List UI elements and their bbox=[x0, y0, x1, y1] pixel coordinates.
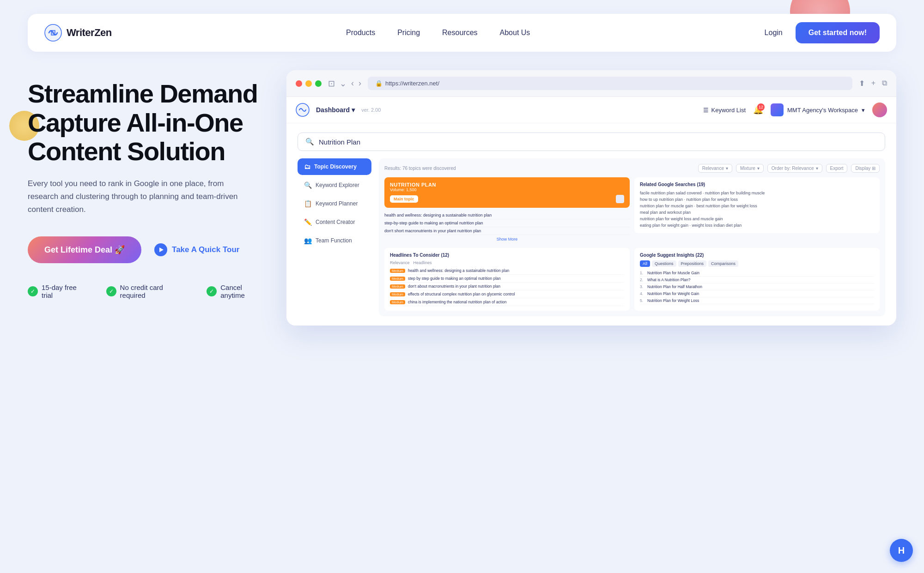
browser-url-actions: ⬆ + ⧉ bbox=[859, 79, 887, 88]
suggest-tab-prepositions[interactable]: Prepositions bbox=[678, 260, 707, 267]
hl-badge-1: Medium bbox=[390, 269, 405, 273]
app-content: 🔍 Nutrition Plan 🗂 Topic Discovery bbox=[286, 123, 896, 326]
lifetime-deal-button[interactable]: Get Lifetime Deal 🚀 bbox=[28, 236, 141, 263]
get-started-button[interactable]: Get started now! bbox=[796, 22, 880, 43]
export-button[interactable]: Export bbox=[826, 164, 848, 173]
bottom-panels: Headlines To Consider (12) Relevance Hea… bbox=[384, 248, 880, 311]
badge-cancel: ✓ Cancel anytime bbox=[207, 283, 268, 299]
share-icon[interactable]: ⬆ bbox=[859, 79, 865, 88]
login-link[interactable]: Login bbox=[765, 29, 783, 37]
hl-badge-5: Medium bbox=[390, 300, 405, 304]
sidebar-toggle-icon[interactable]: ⊡ bbox=[328, 78, 335, 89]
keyword-list-button[interactable]: ☰ Keyword List bbox=[703, 107, 746, 114]
copy-icon[interactable]: ⧉ bbox=[882, 79, 887, 88]
hl-text-5: china is implementing the national nutri… bbox=[408, 300, 624, 304]
app-topbar: Dashboard ▾ ver. 2.00 ☰ Keyword List 🔔 1… bbox=[286, 97, 896, 123]
suggest-title-row: Google Suggest Insights (22) bbox=[640, 253, 874, 258]
hero-title-line1: Streamline Demand bbox=[28, 79, 257, 108]
nav-about[interactable]: About Us bbox=[500, 29, 530, 37]
app-version: ver. 2.00 bbox=[361, 107, 381, 113]
headlines-title-row: Headlines To Consider (12) bbox=[390, 253, 624, 258]
show-more-button[interactable]: Show More bbox=[384, 235, 630, 243]
nav-content-creator[interactable]: ✏️ Content Creator bbox=[298, 214, 371, 230]
notifications-button[interactable]: 🔔 12 bbox=[753, 105, 763, 115]
help-button[interactable]: H bbox=[890, 539, 913, 562]
suggest-item-1: 1. Nutrition Plan for Muscle Gain bbox=[640, 270, 874, 277]
hero-section: Streamline Demand Capture All-in-One Con… bbox=[28, 66, 896, 326]
nav-keyword-explorer[interactable]: 🔍 Keyword Explorer bbox=[298, 177, 371, 193]
back-icon[interactable]: ‹ bbox=[351, 78, 354, 88]
suggest-item-2: 2. What is A Nutrition Plan? bbox=[640, 277, 874, 283]
app-topbar-right: ☰ Keyword List 🔔 12 MMT Agency's Workspa… bbox=[703, 103, 887, 117]
workspace-button[interactable]: MMT Agency's Workspace ▾ bbox=[771, 103, 865, 116]
hero-subtitle: Every tool you need to rank in Google in… bbox=[28, 177, 249, 216]
browser-url-bar[interactable]: 🔒 https://writerzen.net/ bbox=[368, 77, 852, 90]
browser-dot-red[interactable] bbox=[296, 80, 302, 87]
suggest-tab-questions[interactable]: Questions bbox=[652, 260, 676, 267]
hero-actions: Get Lifetime Deal 🚀 Take A Quick Tour bbox=[28, 236, 268, 263]
google-item-1: facile nutrition plan salad covered · nu… bbox=[640, 190, 874, 196]
workspace-icon bbox=[771, 103, 784, 116]
filter-mixture[interactable]: Mixture ▾ bbox=[736, 164, 764, 173]
navbar-right: Login Get started now! bbox=[765, 22, 880, 43]
hl-item-1: Medium health and wellness: designing a … bbox=[390, 267, 624, 275]
nav-products[interactable]: Products bbox=[346, 29, 375, 37]
suggest-tabs: All Questions Prepositions Comparisons bbox=[640, 260, 874, 267]
logo-text: WriterZen bbox=[67, 27, 112, 39]
url-text: https://writerzen.net/ bbox=[385, 80, 439, 87]
user-avatar[interactable] bbox=[872, 103, 887, 117]
result-item-1: health and wellness: designing a sustain… bbox=[384, 211, 630, 219]
main-topic-button[interactable]: Main topic bbox=[390, 195, 418, 203]
dashboard-label[interactable]: Dashboard ▾ bbox=[316, 106, 355, 114]
nav-team-function[interactable]: 👥 Team Function bbox=[298, 232, 371, 249]
hero-title: Streamline Demand Capture All-in-One Con… bbox=[28, 79, 268, 166]
add-tab-icon[interactable]: + bbox=[871, 79, 875, 88]
filter-order[interactable]: Order by: Relevance ▾ bbox=[767, 164, 822, 173]
main-nav: Products Pricing Resources About Us bbox=[346, 29, 530, 37]
search-icon: 🔍 bbox=[305, 138, 314, 146]
panel-left: NUTRITION PLAN Volume: 1,500 Main topic bbox=[384, 177, 630, 243]
nav-pricing[interactable]: Pricing bbox=[397, 29, 420, 37]
badge-trial: ✓ 15-day free trial bbox=[28, 283, 90, 299]
google-searches-title: Related Google Searches (19) bbox=[640, 182, 874, 187]
forward-icon[interactable]: › bbox=[359, 78, 361, 88]
nav-resources[interactable]: Resources bbox=[442, 29, 477, 37]
notification-count: 12 bbox=[757, 103, 765, 111]
hl-badge-3: Medium bbox=[390, 284, 405, 289]
suggest-tab-comparisons[interactable]: Comparisons bbox=[708, 260, 738, 267]
content-creator-icon: ✏️ bbox=[304, 218, 312, 226]
suggest-item-3: 3. Nutrition Plan for Half Marathon bbox=[640, 283, 874, 290]
suggest-tab-all[interactable]: All bbox=[640, 260, 650, 267]
nutrition-card-volume: Volume: 1,500 bbox=[390, 187, 624, 192]
check-icon-cancel: ✓ bbox=[207, 286, 217, 296]
browser-dot-green[interactable] bbox=[315, 80, 322, 87]
quick-tour-button[interactable]: Take A Quick Tour bbox=[154, 243, 239, 256]
hl-item-2: Medium step by step guide to making an o… bbox=[390, 275, 624, 283]
panel-topbar: Results: 76 topics were discovered Relev… bbox=[384, 164, 880, 173]
display-toggle[interactable]: Display ⊞ bbox=[851, 164, 880, 173]
hero-title-line3: Content Solution bbox=[28, 137, 225, 166]
list-icon: ☰ bbox=[703, 107, 709, 114]
hl-badge-2: Medium bbox=[390, 277, 405, 281]
badge-trial-text: 15-day free trial bbox=[42, 283, 90, 299]
result-items-list: health and wellness: designing a sustain… bbox=[384, 211, 630, 243]
chevron-icon: ▾ bbox=[862, 107, 865, 114]
filter-relevance[interactable]: Relevance ▾ bbox=[698, 164, 732, 173]
topic-search-bar[interactable]: 🔍 Nutrition Plan bbox=[298, 133, 885, 151]
hl-item-5: Medium china is implementing the nationa… bbox=[390, 298, 624, 306]
play-icon bbox=[154, 243, 167, 256]
results-panel: Results: 76 topics were discovered Relev… bbox=[379, 158, 885, 316]
nav-keyword-planner[interactable]: 📋 Keyword Planner bbox=[298, 195, 371, 212]
chevron-down-icon[interactable]: ⌄ bbox=[340, 78, 346, 89]
suggest-insights-panel: Google Suggest Insights (22) All Questio… bbox=[634, 248, 880, 311]
browser-dot-yellow[interactable] bbox=[305, 80, 312, 87]
google-item-6: eating plan for weight gain · weight los… bbox=[640, 222, 874, 229]
card-search-icon bbox=[616, 195, 624, 203]
logo[interactable]: WriterZen bbox=[44, 24, 112, 42]
browser-chrome: ⊡ ⌄ ‹ › 🔒 https://writerzen.net/ ⬆ + ⧉ bbox=[286, 70, 896, 97]
team-function-icon: 👥 bbox=[304, 237, 312, 244]
browser-mockup: ⊡ ⌄ ‹ › 🔒 https://writerzen.net/ ⬆ + ⧉ bbox=[286, 70, 896, 326]
check-icon-trial: ✓ bbox=[28, 286, 38, 296]
hero-badges: ✓ 15-day free trial ✓ No credit card req… bbox=[28, 283, 268, 299]
nav-topic-discovery[interactable]: 🗂 Topic Discovery bbox=[298, 158, 371, 175]
